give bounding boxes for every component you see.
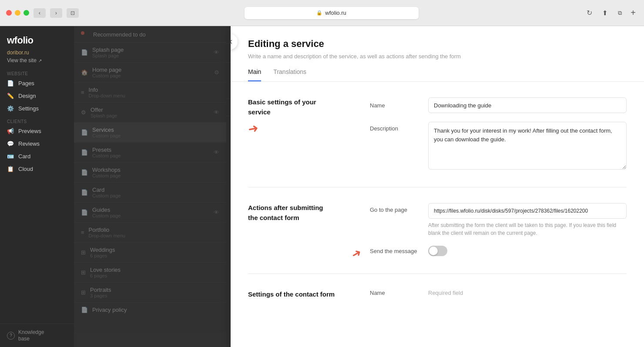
settings-label: Settings [18, 105, 39, 112]
page-item-love-stories[interactable]: ⊞ Love stories 6 pages [74, 263, 226, 283]
love-stories-icon: ⊞ [81, 269, 86, 276]
info-page-name: Info [89, 87, 125, 93]
view-site-link[interactable]: View the site ↗ [0, 57, 74, 69]
presets-eye-icon[interactable]: 👁 [214, 149, 219, 156]
notification-dot [81, 31, 84, 35]
page-item-home[interactable]: 🏠 Home page Custom page ⚙ [74, 63, 226, 83]
page-item-workshops[interactable]: 📄 Workshops Custom page [74, 163, 226, 183]
card-icon: 🪪 [7, 153, 14, 160]
share-button[interactable]: ⬆ [599, 8, 611, 18]
portfolio-icon: ≡ [81, 229, 84, 236]
go-to-page-label: Go to the page [370, 203, 418, 213]
weddings-page-type: 6 pages [90, 253, 115, 258]
sidebar-item-pages[interactable]: 📄 Pages [0, 77, 74, 90]
description-label: Description [370, 122, 418, 132]
workshops-page-type: Custom page [92, 173, 121, 178]
sidebar-item-card[interactable]: 🪪 Card [0, 150, 74, 163]
home-page-type: Custom page [92, 73, 121, 78]
tab-translations[interactable]: Translations [273, 68, 306, 81]
offer-eye-icon[interactable]: 👁 [214, 109, 219, 116]
window-button[interactable]: ⧉ [614, 8, 626, 18]
home-gear-icon[interactable]: ⚙ [214, 69, 219, 76]
modal-tabs: Main Translations [248, 68, 627, 81]
tab-view-button[interactable]: ⊡ [67, 8, 79, 18]
send-message-toggle[interactable] [428, 246, 447, 256]
minimize-traffic-light[interactable] [15, 10, 20, 16]
sidebar-item-cloud[interactable]: 📋 Cloud [0, 163, 74, 175]
contact-form-fields: Name Required field [370, 290, 627, 300]
address-bar[interactable]: 🔒 wfolio.ru [245, 7, 419, 19]
portraits-page-type: 3 pages [90, 293, 111, 298]
basic-settings-title-col: Basic settings of your service ➜ [248, 97, 352, 170]
weddings-page-name: Weddings [90, 247, 115, 253]
sidebar-item-settings[interactable]: ⚙️ Settings [0, 102, 74, 115]
page-item-card[interactable]: 📄 Card Custom page [74, 183, 226, 203]
actions-title-col: Actions after submitting the contact for… [248, 203, 352, 256]
guides-eye-icon[interactable]: 👁 [214, 209, 219, 216]
services-page-name: Services [92, 127, 121, 133]
reviews-label: Reviews [18, 140, 40, 147]
weddings-icon: ⊞ [81, 249, 86, 256]
page-item-services[interactable]: 📄 Services Custom page [74, 123, 226, 143]
presets-page-type: Custom page [92, 153, 121, 158]
guides-page-name: Guides [92, 207, 121, 213]
page-item-splash[interactable]: 📄 Splash page Splash page 👁 [74, 43, 226, 63]
cloud-label: Cloud [18, 166, 33, 172]
design-icon: ✏️ [7, 93, 14, 99]
privacy-page-name: Privacy policy [92, 307, 127, 313]
workshops-page-name: Workshops [92, 167, 121, 173]
splash-page-name: Splash page [92, 47, 124, 53]
sidebar-item-reviews[interactable]: 💬 Reviews [0, 137, 74, 150]
card-label: Card [18, 153, 30, 160]
services-icon: 📄 [81, 129, 88, 136]
tab-main[interactable]: Main [248, 68, 261, 81]
page-item-guides[interactable]: 📄 Guides Custom page 👁 [74, 203, 226, 223]
reviews-icon: 💬 [7, 140, 14, 147]
page-item-privacy[interactable]: 📄 Privacy policy [74, 303, 226, 317]
page-item-presets[interactable]: 📄 Presets Custom page 👁 [74, 143, 226, 163]
toggle-knob [429, 247, 438, 255]
sidebar-site[interactable]: doribor.ru [0, 49, 74, 57]
knowledge-base-label: Knowledgebase [18, 329, 44, 342]
sidebar: wfolio doribor.ru View the site ↗ Websit… [0, 26, 74, 347]
modal-subtitle: Write a name and description of the serv… [248, 53, 627, 60]
actions-fields: Go to the page After submitting the form… [370, 203, 627, 256]
info-icon: ≡ [81, 89, 84, 96]
settings-icon: ⚙️ [7, 105, 14, 112]
reload-button[interactable]: ↻ [584, 8, 594, 18]
page-item-weddings[interactable]: ⊞ Weddings 6 pages [74, 243, 226, 263]
go-to-page-row: Go to the page After submitting the form… [370, 203, 627, 237]
back-nav-button[interactable]: ‹ [34, 8, 46, 18]
home-page-name: Home page [92, 67, 121, 73]
splash-page-icon: 📄 [81, 49, 88, 56]
offer-page-name: Offer [91, 107, 117, 113]
page-item-portraits[interactable]: ⊞ Portraits 3 pages [74, 283, 226, 303]
knowledge-base-link[interactable]: ? Knowledgebase [0, 324, 74, 347]
name-input[interactable] [428, 97, 627, 113]
page-item-info[interactable]: ≡ Info Drop-down menu [74, 83, 226, 103]
page-item-offer[interactable]: ⚙ Offer Splash page 👁 [74, 103, 226, 123]
maximize-traffic-light[interactable] [23, 10, 29, 16]
presets-page-name: Presets [92, 147, 121, 153]
pages-icon: 📄 [7, 80, 14, 87]
page-item-portfolio[interactable]: ≡ Portfolio Drop-down menu [74, 223, 226, 243]
contact-form-title: Settings of the contact form [248, 290, 352, 300]
privacy-icon: 📄 [81, 307, 88, 313]
go-to-page-input[interactable] [428, 203, 627, 219]
close-traffic-light[interactable] [6, 10, 12, 16]
splash-eye-icon[interactable]: 👁 [214, 49, 219, 56]
sidebar-item-design[interactable]: ✏️ Design [0, 90, 74, 102]
description-textarea[interactable]: Thank you for your interest in my work! … [428, 122, 627, 170]
contact-form-section: Settings of the contact form Name Requir… [248, 290, 627, 300]
splash-page-type: Splash page [92, 53, 124, 58]
guides-page-type: Custom page [92, 213, 121, 218]
portfolio-page-name: Portfolio [89, 227, 125, 233]
presets-icon: 📄 [81, 149, 88, 156]
home-page-icon: 🏠 [81, 69, 88, 76]
portraits-page-name: Portraits [90, 287, 111, 293]
new-tab-button[interactable]: + [628, 8, 638, 18]
basic-settings-section: Basic settings of your service ➜ Name [248, 97, 627, 170]
sidebar-item-previews[interactable]: 📢 Previews [0, 125, 74, 137]
forward-nav-button[interactable]: › [50, 8, 62, 18]
pages-panel: Recommended to do 📄 Splash page Splash p… [74, 26, 226, 347]
